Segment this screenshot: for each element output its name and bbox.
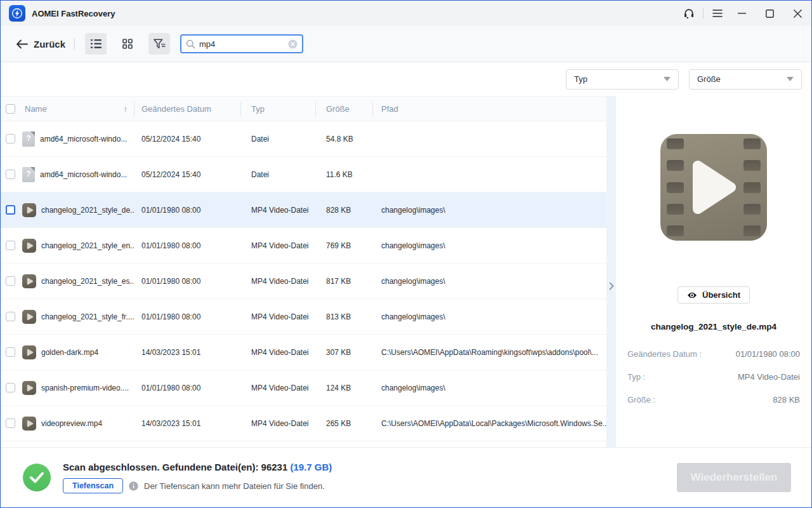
size-filter-dropdown[interactable]: Größe (689, 69, 802, 90)
list-view-button[interactable] (85, 33, 107, 55)
table-row[interactable]: ? changelog_2021_style_fr.... 01/01/1980… (1, 299, 606, 335)
minimize-button[interactable] (728, 1, 756, 26)
preview-filename: changelog_2021_style_de.mp4 (651, 322, 776, 331)
table-row[interactable]: ? changelog_2021_style_en.... 01/01/1980… (1, 228, 606, 264)
video-file-icon (22, 203, 36, 217)
table-row[interactable]: ? spanish-premium-video.... 01/01/1980 0… (1, 370, 606, 406)
file-size: 828 KB (315, 206, 372, 215)
row-checkbox[interactable] (6, 276, 15, 286)
file-path: C:\Users\AOMEI\AppData\Roaming\kingsoft\… (372, 348, 606, 357)
search-icon (186, 39, 195, 49)
file-date: 14/03/2023 15:01 (134, 348, 240, 357)
row-checkbox[interactable] (6, 383, 15, 392)
titlebar: AOMEI FastRecovery (1, 1, 811, 26)
table-row[interactable]: ? amd64_microsoft-windo... 05/12/2024 15… (1, 157, 606, 192)
type-filter-dropdown[interactable]: Typ (566, 69, 679, 90)
column-header-path[interactable]: Pfad (372, 97, 606, 121)
file-date: 01/01/1980 08:00 (134, 277, 240, 286)
video-file-icon (22, 274, 36, 288)
file-type: MP4 Video-Datei (240, 277, 315, 286)
grid-view-button[interactable] (117, 33, 138, 55)
file-name: amd64_microsoft-windo... (40, 135, 127, 144)
deep-scan-button[interactable]: Tiefenscan (63, 478, 123, 493)
table-row[interactable]: ? changelog_2021_style_de.... 01/01/1980… (1, 192, 606, 228)
search-input[interactable] (199, 39, 288, 49)
video-file-icon (22, 345, 36, 359)
panel-collapse-handle[interactable] (606, 96, 616, 447)
menu-icon[interactable] (707, 1, 728, 26)
file-size: 265 KB (315, 419, 372, 428)
detail-row-size: Größe : 828 KB (627, 395, 800, 404)
row-checkbox[interactable] (6, 205, 15, 215)
file-type: MP4 Video-Datei (240, 206, 315, 215)
file-name: changelog_2021_style_de.... (41, 206, 134, 215)
table-row[interactable]: ? golden-dark.mp4 14/03/2023 15:01 MP4 V… (1, 335, 606, 370)
file-type: MP4 Video-Datei (240, 419, 315, 428)
search-box[interactable] (180, 34, 303, 53)
clear-search-icon[interactable] (288, 39, 298, 49)
file-name: changelog_2021_style_es.... (41, 277, 134, 286)
scan-complete-check-icon (23, 464, 51, 491)
recover-button[interactable]: Wiederherstellen (677, 463, 791, 492)
filter-row: Typ Größe (1, 62, 811, 96)
row-checkbox[interactable] (6, 170, 15, 179)
filter-button[interactable] (148, 33, 170, 55)
close-button[interactable] (783, 1, 811, 26)
maximize-button[interactable] (756, 1, 783, 26)
table-row[interactable]: ? changelog_2021_style_es.... 01/01/1980… (1, 264, 606, 299)
back-arrow-icon (16, 39, 28, 49)
file-type: MP4 Video-Datei (240, 348, 315, 357)
row-checkbox[interactable] (6, 312, 15, 321)
grid-view-icon (122, 39, 133, 49)
file-table: Name ↑ Geändertes Datum Typ Größe Pfad ?… (1, 96, 606, 447)
filter-icon (154, 39, 166, 49)
file-date: 01/01/1980 08:00 (134, 312, 240, 321)
file-date: 01/01/1980 08:00 (134, 241, 240, 250)
video-file-icon (22, 381, 36, 395)
scan-size-text: (19.7 GB) (290, 462, 332, 472)
file-path: C:\Users\AOMEI\AppData\Local\Packages\Mi… (372, 419, 606, 428)
file-type: MP4 Video-Datei (240, 241, 315, 250)
file-name: spanish-premium-video.... (41, 384, 129, 392)
file-date: 05/12/2024 15:40 (134, 135, 240, 144)
overview-button[interactable]: Übersicht (678, 286, 750, 304)
file-name: golden-dark.mp4 (41, 348, 98, 357)
video-preview-icon (660, 134, 767, 241)
chevron-down-icon (787, 77, 794, 81)
file-type: Datei (240, 170, 315, 179)
row-checkbox[interactable] (6, 134, 15, 144)
file-size: 54.8 KB (315, 135, 372, 144)
column-header-size[interactable]: Größe (315, 97, 372, 121)
back-label: Zurück (34, 39, 65, 50)
row-checkbox[interactable] (6, 241, 15, 250)
info-icon (129, 481, 138, 491)
overview-label: Übersicht (702, 290, 740, 300)
detail-row-type: Typ : MP4 Video-Datei (627, 372, 800, 382)
row-checkbox[interactable] (6, 418, 15, 428)
list-view-icon (91, 39, 102, 48)
file-size: 124 KB (315, 384, 372, 392)
sort-ascending-icon[interactable]: ↑ (124, 104, 128, 114)
file-date: 01/01/1980 08:00 (134, 384, 240, 392)
type-filter-label: Typ (574, 74, 587, 84)
select-all-checkbox[interactable] (6, 104, 15, 114)
table-row[interactable]: ? videopreview.mp4 14/03/2023 15:01 MP4 … (1, 406, 606, 441)
file-path: changelog\images\ (372, 312, 606, 321)
column-header-type[interactable]: Typ (240, 97, 315, 121)
table-row[interactable]: ? amd64_microsoft-windo... 05/12/2024 15… (1, 121, 606, 157)
unknown-file-icon: ? (22, 167, 35, 182)
row-checkbox[interactable] (6, 347, 15, 357)
chevron-right-icon (609, 282, 614, 290)
file-type: Datei (240, 135, 315, 144)
video-file-icon (22, 239, 36, 253)
chevron-down-icon (664, 77, 671, 81)
back-button[interactable]: Zurück (16, 39, 65, 50)
unknown-file-icon: ? (22, 131, 35, 147)
file-name: videopreview.mp4 (41, 419, 102, 428)
app-logo-icon (9, 5, 25, 22)
support-headset-icon[interactable] (679, 1, 699, 26)
column-header-name[interactable]: Name ↑ (20, 97, 134, 121)
app-title: AOMEI FastRecovery (32, 9, 115, 18)
file-details: Geändertes Datum : 01/01/1980 08:00 Typ … (616, 349, 811, 418)
column-header-date[interactable]: Geändertes Datum (134, 97, 240, 121)
